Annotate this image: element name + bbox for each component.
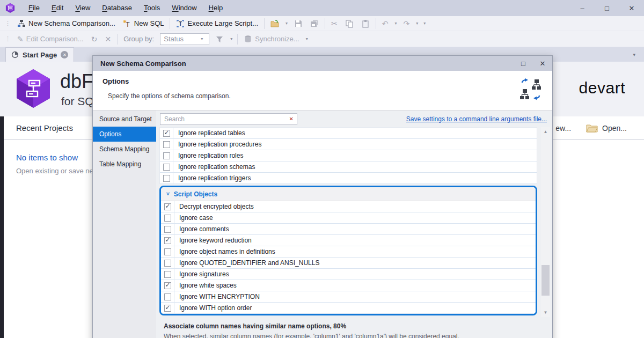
dialog-content: ✕ Save settings to a command line argume… (156, 111, 552, 338)
edit-comparison-button[interactable]: ✎ Edit Comparison... (13, 33, 87, 46)
new-schema-comparison-button[interactable]: New Schema Comparison... (13, 17, 119, 30)
dialog-close-button[interactable]: ✕ (533, 56, 552, 71)
refresh-button[interactable]: ↻ (87, 33, 101, 46)
checkbox[interactable] (163, 164, 170, 171)
redo-icon: ↷ (404, 20, 410, 27)
group-by-select[interactable]: Status ▾ (160, 33, 209, 45)
option-row[interactable]: Ignore QUOTED_IDENTIFIER and ANSI_NULLS (161, 258, 536, 269)
scrollbar[interactable]: ▲ ▼ (541, 127, 550, 317)
checkbox[interactable] (164, 203, 171, 210)
checkbox[interactable] (164, 260, 171, 267)
tab-close-icon[interactable]: ✕ (61, 51, 68, 58)
separator (325, 18, 325, 29)
redo-button[interactable]: ↷ (400, 17, 414, 30)
save-all-button[interactable] (306, 17, 323, 30)
separator (170, 18, 170, 29)
paste-button[interactable] (357, 17, 374, 30)
group-by-label: Group by: (120, 33, 158, 46)
dialog-nav-item[interactable]: Source and Target (93, 112, 156, 127)
maximize-button[interactable]: □ (595, 0, 619, 16)
option-row[interactable]: Ignore replication schemas (160, 161, 537, 173)
checkbox[interactable] (164, 293, 171, 300)
dialog-maximize-button[interactable]: □ (514, 56, 533, 71)
filter-button[interactable] (211, 33, 228, 46)
option-row[interactable]: Ignore keyword reduction (161, 235, 536, 246)
menu-item[interactable]: Help (203, 0, 229, 16)
option-row[interactable]: Decrypt encrypted objects (161, 201, 536, 212)
dbforge-logo (16, 69, 50, 108)
undo-icon: ↶ (382, 20, 389, 27)
checkbox[interactable] (164, 237, 171, 244)
option-label: Ignore replication triggers (173, 174, 251, 182)
menu-bar: FileEditViewDatabaseToolsWindowHelp (23, 0, 229, 16)
new-sql-button[interactable]: T✱ New SQL (119, 17, 168, 30)
checkbox[interactable] (164, 271, 171, 278)
menu-item[interactable]: Window (166, 0, 202, 16)
script-objects-header[interactable]: ˅ Script Objects (161, 187, 536, 201)
dialog-nav-item[interactable]: Schema Mapping (93, 142, 156, 157)
option-row[interactable]: Ignore white spaces (161, 280, 536, 291)
checkbox[interactable] (163, 175, 170, 182)
copy-button[interactable] (341, 17, 357, 30)
option-row[interactable]: Ignore replication procedures (160, 139, 537, 150)
option-label: Ignore replicated tables (173, 129, 245, 137)
tab-start-page[interactable]: Start Page ✕ (5, 47, 74, 62)
menu-item[interactable]: Database (96, 0, 138, 16)
checkbox[interactable] (164, 282, 171, 289)
stop-button[interactable]: ✕ (101, 33, 115, 46)
search-clear-icon[interactable]: ✕ (289, 116, 294, 122)
option-label: Ignore comments (174, 225, 229, 233)
dropdown-arrow-icon[interactable]: ▾ (303, 36, 311, 41)
dropdown-arrow-icon[interactable]: ▾ (392, 21, 399, 26)
option-row[interactable]: Ignore case (161, 212, 536, 224)
cut-button[interactable]: ✂ (327, 17, 341, 30)
checkbox[interactable] (164, 226, 171, 233)
scrollbar-thumb[interactable] (541, 265, 550, 296)
option-row[interactable]: Ignore signatures (161, 269, 536, 280)
checkbox[interactable] (164, 215, 171, 222)
search-input[interactable] (160, 113, 297, 125)
script-objects-items: Decrypt encrypted objects Ignore case (161, 201, 536, 314)
option-row[interactable]: Ignore WITH ENCRYPTION (161, 291, 536, 303)
new-project-button[interactable]: ew... (555, 124, 571, 133)
save-settings-link[interactable]: Save settings to a command line argument… (406, 115, 547, 123)
tab-list-dropdown-icon[interactable]: ▾ (633, 52, 635, 57)
menu-item[interactable]: Tools (138, 0, 166, 16)
scroll-up-icon[interactable]: ▲ (541, 127, 550, 136)
menu-item[interactable]: File (23, 0, 46, 16)
close-button[interactable]: ✕ (619, 0, 644, 16)
open-project-button[interactable]: Open... (586, 123, 627, 133)
scroll-down-icon[interactable]: ▼ (541, 308, 550, 317)
dialog-title-bar: New Schema Comparison □ ✕ (93, 56, 552, 71)
svg-text:✱: ✱ (123, 19, 127, 24)
option-row[interactable]: Ignore replication roles (160, 150, 537, 161)
menu-item[interactable]: Edit (46, 0, 69, 16)
checkbox[interactable] (164, 305, 171, 312)
option-row[interactable]: Ignore replication triggers (160, 173, 537, 184)
option-row[interactable]: Ignore replicated tables (160, 128, 537, 139)
dropdown-arrow-icon[interactable]: ▾ (228, 36, 235, 41)
minimize-button[interactable]: – (570, 0, 595, 16)
checkbox[interactable] (163, 152, 170, 159)
toolbar-grip[interactable]: ⋮ (5, 20, 11, 26)
save-button[interactable] (290, 17, 306, 30)
dialog-nav-item[interactable]: Table Mapping (93, 157, 156, 172)
execute-large-script-button[interactable]: T Execute Large Script... (172, 17, 262, 30)
close-x-icon: ✕ (105, 35, 111, 43)
menu-item[interactable]: View (69, 0, 96, 16)
open-file-button[interactable] (267, 17, 283, 30)
checkbox[interactable] (163, 141, 170, 148)
option-row[interactable]: Ignore WITH option order (161, 303, 536, 314)
option-row[interactable]: Ignore object names in definitions (161, 246, 536, 258)
dropdown-arrow-icon[interactable]: ▾ (283, 21, 290, 26)
save-icon (294, 19, 303, 28)
checkbox[interactable] (163, 130, 170, 137)
dialog-nav-item[interactable]: Options (93, 127, 156, 142)
toolbar-grip[interactable]: ⋮ (5, 36, 11, 42)
synchronize-button[interactable]: Synchronize... (240, 33, 303, 46)
checkbox[interactable] (164, 248, 171, 255)
dropdown-arrow-icon[interactable]: ▾ (421, 21, 428, 26)
dropdown-arrow-icon[interactable]: ▾ (413, 21, 421, 26)
undo-button[interactable]: ↶ (378, 17, 392, 30)
option-row[interactable]: Ignore comments (161, 224, 536, 235)
